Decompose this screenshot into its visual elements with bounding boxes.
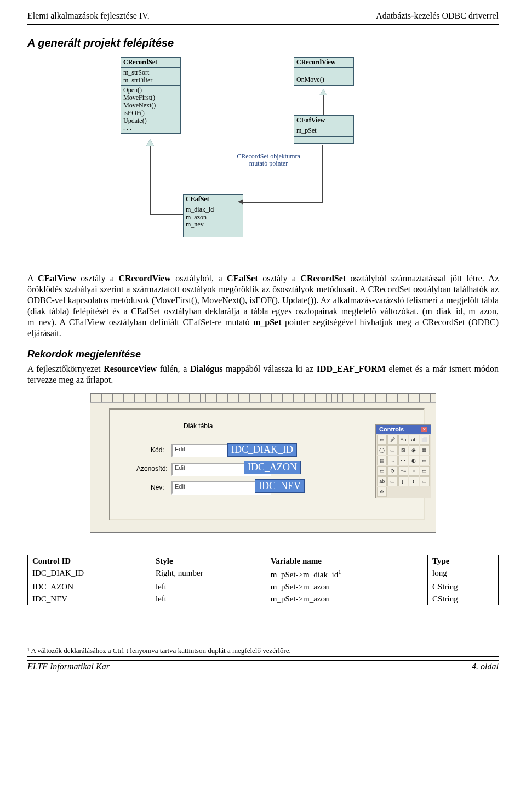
th-varname: Variable name xyxy=(266,555,427,567)
tool-icon[interactable]: Aa xyxy=(398,435,408,445)
header-rule xyxy=(27,22,499,25)
table-cell: m_pSet->m_azon xyxy=(266,581,427,593)
table-cell: left xyxy=(151,593,266,605)
toolbox-title-bar: Controls × xyxy=(376,425,431,434)
tool-icon[interactable]: 🖉 xyxy=(387,435,397,445)
uml-class-ceafview: CEafView m_pSet xyxy=(294,115,354,144)
page-footer: ELTE Informatikai Kar 4. oldal xyxy=(27,660,499,672)
uml-head: CRecordView xyxy=(294,58,353,68)
tool-icon[interactable]: ⌄ xyxy=(387,456,397,465)
tool-icon[interactable]: ⬜ xyxy=(420,435,430,445)
table-row: IDC_NEVleftm_pSet->m_azonCString xyxy=(28,593,499,605)
table-cell: CString xyxy=(428,581,499,593)
uml-line xyxy=(323,95,324,115)
th-control-id: Control ID xyxy=(28,555,151,567)
property-table: Control ID Style Variable name Type IDC_… xyxy=(27,555,499,605)
table-cell: IDC_NEV xyxy=(28,593,151,605)
tool-icon[interactable]: ◉ xyxy=(409,445,419,455)
table-head-row: Control ID Style Variable name Type xyxy=(28,555,499,567)
uml-ops: OnMove() xyxy=(294,75,353,85)
tool-icon[interactable]: ◐ xyxy=(409,456,419,465)
tool-icon[interactable]: ▤ xyxy=(377,456,387,465)
footer-left: ELTE Informatikai Kar xyxy=(27,662,110,672)
group-label: Diák tábla xyxy=(184,422,213,430)
tool-icon[interactable]: ▭ xyxy=(377,466,387,476)
controls-toolbox: Controls × ▭🖉Aaab⬜◯▭⊠◉▦▤⌄⋯◐▭▭⟳+−≡▭ab▭⫿⫾▭… xyxy=(375,424,431,498)
tool-icon[interactable]: ⋯ xyxy=(398,456,408,465)
section-title-2: Rekordok megjelenítése xyxy=(27,349,499,360)
uml-diagram: CRecordSet m_strSort m_strFilter Open() … xyxy=(121,57,499,271)
tool-icon[interactable]: ▭ xyxy=(387,476,397,486)
section-title-1: A generált projekt felépítése xyxy=(27,37,499,49)
text: A xyxy=(27,274,38,283)
tool-icon[interactable]: +− xyxy=(398,466,408,476)
table-cell: m_pSet->m_diak_id1 xyxy=(266,567,427,581)
paragraph-2: A fejlesztőkörnyezet ResourceView fülén,… xyxy=(27,364,499,385)
table-row: IDC_AZONleftm_pSet->m_azonCString xyxy=(28,581,499,593)
tool-icon[interactable]: ⟳ xyxy=(387,466,397,476)
label-nev: Név: xyxy=(151,484,164,491)
uml-line xyxy=(242,202,323,203)
label-azonosito: Azonosító: xyxy=(136,465,168,473)
tool-icon[interactable]: ▭ xyxy=(420,466,430,476)
uml-line xyxy=(322,145,323,203)
table-row: IDC_DIAK_IDRight, numberm_pSet->m_diak_i… xyxy=(28,567,499,581)
footnote: ¹ A változók deklarálásához a Ctrl-t len… xyxy=(27,646,499,655)
tool-icon[interactable]: ◯ xyxy=(377,445,387,455)
close-icon[interactable]: × xyxy=(421,427,427,432)
uml-line xyxy=(150,146,151,214)
bold: Dialógus xyxy=(190,364,223,373)
table-cell: Right, number xyxy=(151,567,266,581)
tool-icon[interactable]: ⟰ xyxy=(377,487,387,497)
tool-icon[interactable]: ab xyxy=(409,435,419,445)
uml-generalization-triangle xyxy=(146,139,154,146)
toolbox-title: Controls xyxy=(379,426,404,433)
bold: IDD_EAF_FORM xyxy=(317,364,386,373)
toolbox-grid: ▭🖉Aaab⬜◯▭⊠◉▦▤⌄⋯◐▭▭⟳+−≡▭ab▭⫿⫾▭⟰ xyxy=(376,434,431,498)
footer-rule: ELTE Informatikai Kar 4. oldal xyxy=(27,656,499,672)
tool-icon[interactable]: ▦ xyxy=(420,445,430,455)
uml-attrs: m_pSet xyxy=(294,126,353,137)
footnote-rule xyxy=(27,644,137,644)
tool-icon[interactable]: ▭ xyxy=(377,435,387,445)
uml-empty xyxy=(294,68,353,75)
id-tag-nev: IDC_NEV xyxy=(255,479,305,493)
header-right: Adatbázis-kezelés ODBC driverrel xyxy=(376,11,499,21)
uml-empty xyxy=(184,230,243,237)
tool-icon[interactable]: ≡ xyxy=(409,466,419,476)
paragraph-1: A CEafView osztály a CRecordView osztály… xyxy=(27,273,499,339)
label-kod: Kód: xyxy=(151,446,164,454)
table-cell: long xyxy=(428,567,499,581)
dialog-designer-screenshot: Diák tábla Kód: Azonosító: Név: Edit Edi… xyxy=(90,393,436,533)
ruler xyxy=(90,394,436,403)
uml-head: CEafView xyxy=(294,116,353,126)
uml-line xyxy=(150,214,183,215)
bold-m-pset: m_pSet xyxy=(253,317,282,327)
text: fülén, a xyxy=(157,364,190,373)
tool-icon[interactable]: ⫿ xyxy=(398,476,408,486)
text: mappából válassza ki az xyxy=(223,364,317,373)
table-cell: CString xyxy=(428,593,499,605)
tool-icon[interactable]: ab xyxy=(377,476,387,486)
table-cell: m_pSet->m_azon xyxy=(266,593,427,605)
uml-attrs: m_diak_id m_azon m_nev xyxy=(184,205,243,230)
uml-head: CRecordSet xyxy=(121,58,180,68)
table-cell: IDC_DIAK_ID xyxy=(28,567,151,581)
tool-icon[interactable]: ⫾ xyxy=(409,476,419,486)
tool-icon[interactable]: ▭ xyxy=(387,445,397,455)
uml-note: CRecordSet objektumra mutató pointer xyxy=(233,153,304,167)
tool-icon[interactable]: ⊠ xyxy=(398,445,408,455)
th-style: Style xyxy=(151,555,266,567)
id-tag-azon: IDC_AZON xyxy=(244,461,301,474)
tool-icon[interactable]: ▭ xyxy=(420,456,430,465)
tool-icon[interactable]: ▭ xyxy=(420,476,430,486)
uml-class-crecordset: CRecordSet m_strSort m_strFilter Open() … xyxy=(121,57,181,134)
uml-class-ceafset: CEafSet m_diak_id m_azon m_nev xyxy=(183,194,243,237)
page-header: Elemi alkalmazások fejlesztése IV. Adatb… xyxy=(27,11,499,22)
uml-generalization-triangle xyxy=(319,89,327,95)
bold: ResourceView xyxy=(104,364,157,373)
table-cell: left xyxy=(151,581,266,593)
uml-arrowhead xyxy=(238,199,243,205)
uml-class-crecordview: CRecordView OnMove() xyxy=(294,57,354,86)
text: A fejlesztőkörnyezet xyxy=(27,364,104,373)
